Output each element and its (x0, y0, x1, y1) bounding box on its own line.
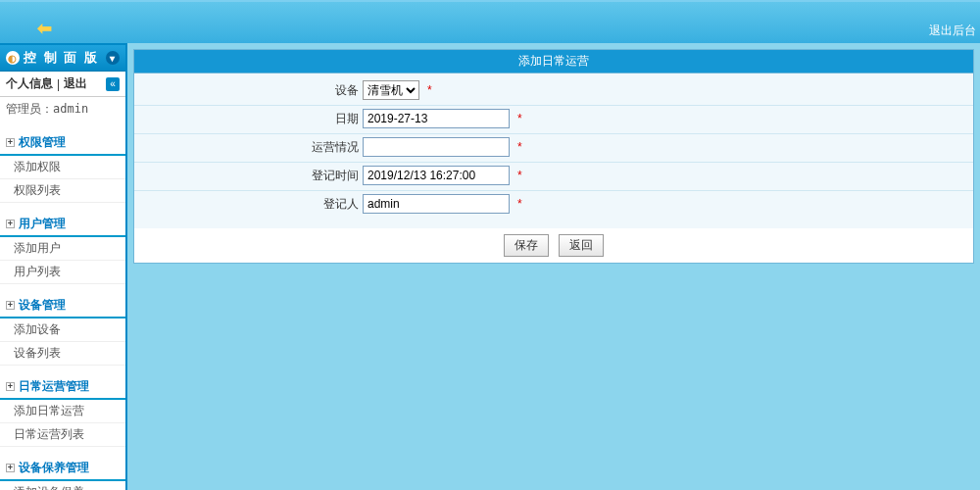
device-label: 设备 (142, 82, 363, 99)
regtime-input[interactable] (363, 166, 510, 185)
sidebar-title: ◐ 控 制 面 版 ▾ (0, 45, 125, 72)
regtime-label: 登记时间 (142, 168, 363, 184)
plus-icon: + (6, 138, 15, 147)
required-mark: * (517, 140, 522, 154)
sidebar-item-permission-list[interactable]: 权限列表 (0, 179, 125, 203)
collapse-icon[interactable]: « (106, 77, 120, 91)
required-mark: * (517, 197, 522, 211)
date-label: 日期 (142, 111, 363, 127)
personal-info-link[interactable]: 个人信息 (6, 75, 53, 92)
back-button[interactable]: 返回 (559, 234, 604, 257)
sidebar-group-devices[interactable]: + 设备管理 (0, 294, 125, 318)
sidebar-group-users[interactable]: + 用户管理 (0, 213, 125, 237)
sidebar-item-device-list[interactable]: 设备列表 (0, 342, 125, 366)
date-input[interactable] (363, 109, 510, 128)
status-label: 运营情况 (142, 139, 363, 156)
disc-icon: ◐ (6, 51, 20, 65)
chevron-down-icon[interactable]: ▾ (106, 51, 120, 65)
sidebar: ◐ 控 制 面 版 ▾ 个人信息 | 退出 « 管理员：admin + 权限管理… (0, 43, 127, 490)
admin-label: 管理员：admin (0, 97, 125, 122)
plus-icon: + (6, 301, 15, 310)
form-panel: 添加日常运营 设备 清雪机 * 日期 (133, 49, 974, 264)
required-mark: * (517, 112, 522, 125)
back-arrow-icon[interactable]: ⬅ (37, 18, 52, 39)
status-input[interactable] (363, 137, 510, 157)
registrant-input[interactable] (363, 194, 510, 214)
sidebar-group-maintenance[interactable]: + 设备保养管理 (0, 457, 125, 481)
required-mark: * (517, 169, 522, 182)
sidebar-item-add-operation[interactable]: 添加日常运营 (0, 400, 125, 423)
plus-icon: + (6, 464, 15, 472)
registrant-label: 登记人 (142, 196, 363, 213)
required-mark: * (427, 83, 432, 97)
logout-top-link[interactable]: 退出后台 (929, 23, 976, 39)
sidebar-item-user-list[interactable]: 用户列表 (0, 261, 125, 284)
sidebar-group-operations[interactable]: + 日常运营管理 (0, 375, 125, 400)
plus-icon: + (6, 220, 15, 228)
sidebar-item-add-device[interactable]: 添加设备 (0, 318, 125, 342)
sidebar-item-operation-list[interactable]: 日常运营列表 (0, 423, 125, 447)
sidebar-item-add-maintenance[interactable]: 添加设备保养 (0, 481, 125, 490)
device-select[interactable]: 清雪机 (363, 80, 419, 100)
sidebar-title-text: 控 制 面 版 (24, 49, 99, 67)
sidebar-group-permissions[interactable]: + 权限管理 (0, 131, 125, 156)
save-button[interactable]: 保存 (504, 234, 549, 257)
sidebar-item-add-permission[interactable]: 添加权限 (0, 156, 125, 179)
sidebar-user-line: 个人信息 | 退出 « (0, 72, 125, 97)
sidebar-item-add-user[interactable]: 添加用户 (0, 237, 125, 261)
sidebar-logout-link[interactable]: 退出 (64, 75, 87, 92)
plus-icon: + (6, 382, 15, 391)
top-toolbar: ⬅ 退出后台 (0, 0, 980, 43)
panel-title: 添加日常运营 (134, 50, 973, 74)
